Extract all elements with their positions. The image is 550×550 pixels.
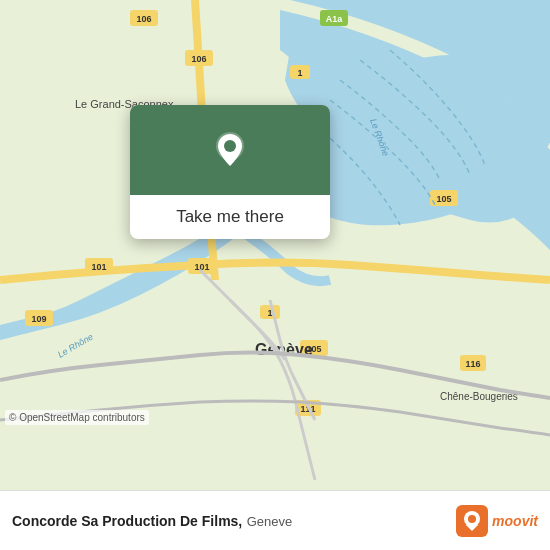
location-popup: Take me there <box>130 105 330 239</box>
moovit-logo[interactable]: moovit <box>456 505 538 537</box>
svg-text:105: 105 <box>436 194 451 204</box>
moovit-text: moovit <box>492 513 538 529</box>
svg-text:1: 1 <box>297 68 302 78</box>
bottom-bar: Concorde Sa Production De Films, Geneve … <box>0 490 550 550</box>
popup-body: Take me there <box>130 195 330 239</box>
svg-text:116: 116 <box>465 359 480 369</box>
svg-text:101: 101 <box>91 262 106 272</box>
svg-text:106: 106 <box>136 14 151 24</box>
venue-info: Concorde Sa Production De Films, Geneve <box>12 512 456 530</box>
svg-text:109: 109 <box>31 314 46 324</box>
map-container: 101 101 106 106 1 105 105 109 111 116 A1… <box>0 0 550 490</box>
take-me-there-button[interactable]: Take me there <box>176 207 284 227</box>
location-pin-icon <box>208 128 252 172</box>
popup-header <box>130 105 330 195</box>
svg-point-34 <box>224 140 236 152</box>
venue-city: Geneve <box>247 514 293 529</box>
map-attribution: © OpenStreetMap contributors <box>5 410 149 425</box>
venue-name: Concorde Sa Production De Films, <box>12 513 242 529</box>
svg-text:106: 106 <box>191 54 206 64</box>
svg-point-37 <box>468 515 476 523</box>
svg-text:A1a: A1a <box>326 14 344 24</box>
moovit-icon <box>456 505 488 537</box>
